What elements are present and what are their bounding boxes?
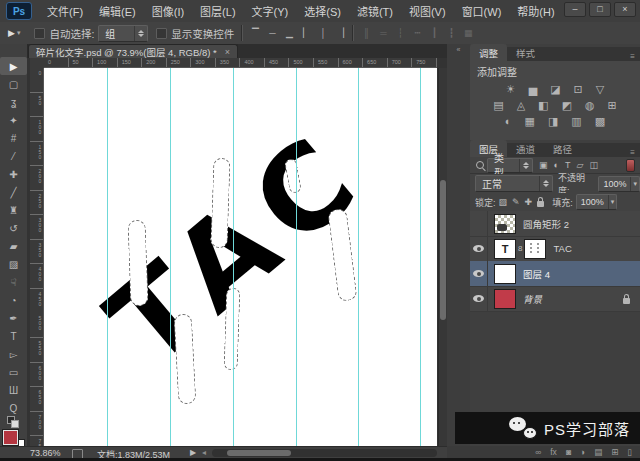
lock-position-icon[interactable]: ✚ [525,197,533,207]
new-adjustment-layer-icon[interactable]: ◑ [580,447,585,457]
auto-select-checkbox[interactable] [34,28,45,39]
menu-item[interactable]: 视图(V) [402,1,453,21]
chevron-down-icon[interactable]: ▾ [630,177,639,191]
lock-image-pixels-icon[interactable]: ✎ [512,197,520,207]
panel-menu-icon[interactable]: ≡ [630,148,635,157]
layer-name[interactable]: 图层 4 [523,267,550,281]
vibrance-icon[interactable]: ▽ [596,83,604,95]
align-bottom-edges-icon[interactable]: ▁ [284,28,294,38]
align-top-edges-icon[interactable]: ▔ [250,28,260,38]
filter-smart-objects-icon[interactable]: ◫ [589,160,598,170]
selection-fragment[interactable] [210,158,230,249]
zoom-level-field[interactable]: 73.86% [30,448,61,458]
vertical-scrollbar-thumb[interactable] [440,180,446,320]
curves-icon[interactable]: ◪ [550,83,560,95]
zoom-tool[interactable]: Q [0,399,27,417]
horizontal-scrollbar[interactable] [212,449,437,457]
eyedropper-tool[interactable]: ⁄ [0,147,27,165]
layer-name[interactable]: 背景 [523,292,542,306]
history-brush-tool[interactable]: ↺ [0,219,27,237]
threshold-icon[interactable]: ◨ [548,115,558,127]
menu-item[interactable]: 文件(F) [40,1,90,21]
color-balance-icon[interactable]: ◬ [517,99,525,111]
invert-icon[interactable]: ◐ [505,115,512,127]
layer-row-tac-text[interactable]: T 8 TAC [470,236,640,262]
document-tab-close-icon[interactable]: × [225,47,230,57]
dropdown-stepper-icon[interactable] [134,26,147,41]
crop-tool[interactable]: # [0,129,27,147]
status-arrow-icon[interactable]: ▶ [190,448,196,457]
layer-row-background[interactable]: 背景 [470,286,640,312]
posterize-icon[interactable]: ▦ [525,115,535,127]
selective-color-icon[interactable]: ▩ [595,115,605,127]
eraser-tool[interactable]: ▰ [0,237,27,255]
marquee-tool[interactable]: ▢ [0,75,27,93]
guide-line[interactable] [420,68,421,446]
scroll-left-icon[interactable]: ◂ [202,448,206,457]
canvas[interactable]: TAC [44,68,437,446]
foreground-color-swatch[interactable] [3,430,18,445]
lock-all-icon[interactable] [537,201,544,207]
layer-thumbnail[interactable] [494,264,516,284]
align-left-edges-icon[interactable]: ▏ [301,28,311,38]
menu-item[interactable]: 窗口(W) [455,1,509,21]
menu-item[interactable]: 图层(L) [193,1,242,21]
blend-mode-dropdown[interactable]: 正常 [475,175,553,192]
background-layer-thumbnail[interactable] [494,289,516,309]
path-selection-tool[interactable]: ▻ [0,345,27,363]
filter-shape-layers-icon[interactable]: ▱ [576,160,583,170]
healing-brush-tool[interactable]: ✚ [0,165,27,183]
gradient-tool[interactable]: ▨ [0,255,27,273]
dropdown-stepper-icon[interactable] [519,159,532,172]
align-horizontal-centers-icon[interactable]: │ [318,28,328,38]
guide-line[interactable] [107,68,108,446]
document-tab[interactable]: 碎片化文字.psd @ 73.9%(图层 4, RGB/8) * × [28,44,238,59]
link-layers-icon[interactable]: ∞ [535,447,541,457]
auto-select-dropdown[interactable]: 组 [98,25,148,42]
menu-item[interactable]: 文字(Y) [245,1,296,21]
new-layer-icon[interactable]: ⊞ [611,447,618,457]
move-tool[interactable]: ▶ [0,57,27,75]
layer-row-rounded-rect[interactable]: 圆角矩形 2 [470,211,640,237]
selection-fragment[interactable] [224,288,241,370]
guide-line[interactable] [358,68,359,446]
gradient-map-icon[interactable]: ▥ [571,115,581,127]
visibility-toggle[interactable] [470,236,488,261]
dodge-tool[interactable]: ◔ [0,291,27,309]
layer-mask-thumbnail[interactable] [524,239,546,259]
filter-toggle-switch[interactable] [626,159,635,172]
photo-filter-icon[interactable]: ◩ [562,99,572,111]
visibility-toggle[interactable] [470,261,488,286]
lasso-tool[interactable]: ʓ [0,93,27,111]
hue-saturation-icon[interactable]: ▤ [493,99,503,111]
menu-item[interactable]: 图像(I) [145,1,191,21]
clone-stamp-tool[interactable]: ♜ [0,201,27,219]
dropdown-stepper-icon[interactable] [539,176,552,191]
filter-pixel-layers-icon[interactable]: ▣ [539,160,548,170]
close-button[interactable]: × [614,2,636,17]
menu-item[interactable]: 选择(S) [297,1,348,21]
guide-line[interactable] [296,68,297,446]
layer-thumbnail[interactable] [494,214,516,234]
filter-adjustment-layers-icon[interactable]: ◐ [554,160,559,170]
selection-fragment[interactable] [128,220,149,307]
brush-tool[interactable]: ╱ [0,183,27,201]
levels-icon[interactable]: ▅ [529,83,537,95]
panel-menu-icon[interactable]: ≡ [630,52,635,61]
quick-selection-tool[interactable]: ✦ [0,111,27,129]
brightness-contrast-icon[interactable]: ☀ [506,83,516,95]
color-lookup-icon[interactable]: ⊞ [608,99,617,111]
guide-line[interactable] [170,68,171,446]
new-group-icon[interactable]: ▤ [594,447,602,457]
visibility-toggle[interactable] [470,211,488,236]
menu-item[interactable]: 滤镜(T) [350,1,400,21]
exposure-icon[interactable]: ⊡ [574,83,583,95]
align-vertical-centers-icon[interactable]: ─ [267,28,277,38]
tab-adjustments[interactable]: 调整 [470,44,507,61]
chevron-down-icon[interactable]: ▾ [608,195,617,209]
minimize-button[interactable]: – [564,2,586,17]
visibility-toggle[interactable] [470,286,488,311]
pen-tool[interactable]: ✒ [0,309,27,327]
dock-collapse-icon[interactable]: « [447,44,470,53]
type-tool[interactable]: T [0,327,27,345]
